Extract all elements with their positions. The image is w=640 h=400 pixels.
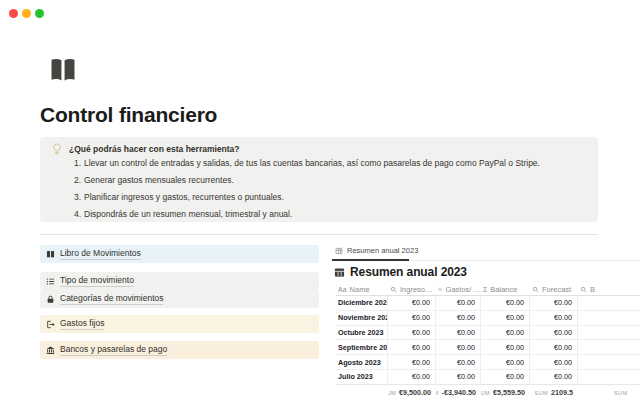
sign-out-icon [46, 320, 55, 329]
column-header-name[interactable]: Aa Name [336, 285, 388, 294]
close-window-button[interactable] [9, 9, 18, 18]
database-title: Resumen anual 2023 [334, 265, 467, 279]
bank-icon [46, 346, 55, 355]
lock-icon [46, 295, 55, 304]
collection-view: Resumen anual 2023 Resumen anual 2023 Aa… [330, 245, 640, 400]
page-link-tipo-de-movimiento[interactable]: Tipo de movimiento [40, 272, 319, 290]
table-row[interactable]: Octubre 2023 €0.00 €0.00 €0.00 €0.00 [336, 326, 640, 341]
callout-list-item: 1.Llevar un control de entradas y salida… [74, 158, 540, 168]
magnifier-icon [390, 286, 397, 293]
table-view-icon [335, 247, 343, 255]
magnifier-icon [580, 286, 587, 293]
open-book-icon[interactable] [48, 56, 78, 85]
table-footer-row: UM €9,500.00 SUM -€3,940.50 SUM €5,559.5… [336, 384, 640, 400]
callout-block: ¿Qué podrás hacer con esta herramienta? … [40, 137, 598, 222]
page-title: Control financiero [40, 103, 217, 127]
window-controls [9, 9, 44, 18]
view-tabbar: Resumen anual 2023 [330, 245, 640, 261]
database-title-text: Resumen anual 2023 [350, 265, 467, 279]
callout-list-item: 2.Generar gastos mensuales recurrentes. [74, 175, 234, 185]
summary-table: Aa Name Ingreso… Gastos/ … Σ Balance [336, 283, 640, 385]
magnifier-icon [438, 286, 443, 293]
footer-sum-b[interactable]: SUM [578, 390, 640, 396]
minimize-window-button[interactable] [22, 9, 31, 18]
page-link-label: Categorías de movimientos [60, 293, 163, 305]
column-header-b[interactable]: B [578, 285, 640, 294]
page-link-label: Gastos fijos [60, 318, 104, 330]
column-header-gastos[interactable]: Gastos/ … [436, 285, 481, 294]
notion-window: Control financiero ¿Qué podrás hacer con… [0, 0, 640, 400]
callout-title: ¿Qué podrás hacer con esta herramienta? [69, 144, 240, 154]
list-icon [46, 277, 55, 286]
table-header-row: Aa Name Ingreso… Gastos/ … Σ Balance [336, 283, 640, 296]
table-row[interactable]: Septiembre 2023 €0.00 €0.00 €0.00 €0.00 [336, 340, 640, 355]
table-row[interactable]: Julio 2023 €0.00 €0.00 €0.00 €0.00 [336, 370, 640, 385]
table-row[interactable]: Diciembre 2023 €0.00 €0.00 €0.00 €0.00 [336, 296, 640, 311]
page-link-categorias-de-movimientos[interactable]: Categorías de movimientos [40, 290, 319, 308]
formula-property-icon: Σ [483, 286, 487, 293]
zoom-window-button[interactable] [35, 9, 44, 18]
callout-list-item: 3.Planificar ingresos y gastos, recurren… [74, 192, 284, 202]
spreadsheet-icon [334, 267, 345, 278]
page-link-label: Tipo de movimiento [60, 275, 134, 287]
footer-sum-ingresos[interactable]: UM €9,500.00 [388, 388, 436, 397]
table-row[interactable]: Agosto 2023 €0.00 €0.00 €0.00 €0.00 [336, 355, 640, 370]
footer-sum-balance[interactable]: SUM €5,559.50 [481, 388, 530, 397]
footer-sum-gastos[interactable]: SUM -€3,940.50 [436, 388, 481, 397]
tab-resumen-anual[interactable]: Resumen anual 2023 [332, 246, 421, 255]
book-icon [46, 250, 55, 259]
footer-sum-forecast[interactable]: SUM 2109.5 [530, 388, 578, 397]
column-header-ingresos[interactable]: Ingreso… [388, 285, 436, 294]
page-link-label: Libro de Movimientos [60, 248, 141, 260]
callout-list-item: 4.Dispondrás de un resumen mensual, trim… [74, 209, 292, 219]
tab-label: Resumen anual 2023 [347, 246, 418, 255]
page-link-libro-de-movimientos[interactable]: Libro de Movimientos [40, 245, 319, 263]
page-link-label: Bancos y pasarelas de pago [60, 344, 167, 356]
column-header-balance[interactable]: Σ Balance [481, 285, 530, 294]
table-row[interactable]: Noviembre 2023 €0.00 €0.00 €0.00 €0.00 [336, 311, 640, 326]
divider [40, 234, 598, 235]
lightbulb-icon [52, 143, 62, 155]
page-link-bancos-y-pasarelas[interactable]: Bancos y pasarelas de pago [40, 341, 319, 359]
column-header-forecast[interactable]: Forecast [530, 285, 578, 294]
magnifier-icon [532, 286, 539, 293]
active-tab-underline [332, 259, 409, 261]
page-link-gastos-fijos[interactable]: Gastos fijos [40, 315, 319, 333]
text-property-icon: Aa [338, 286, 347, 293]
